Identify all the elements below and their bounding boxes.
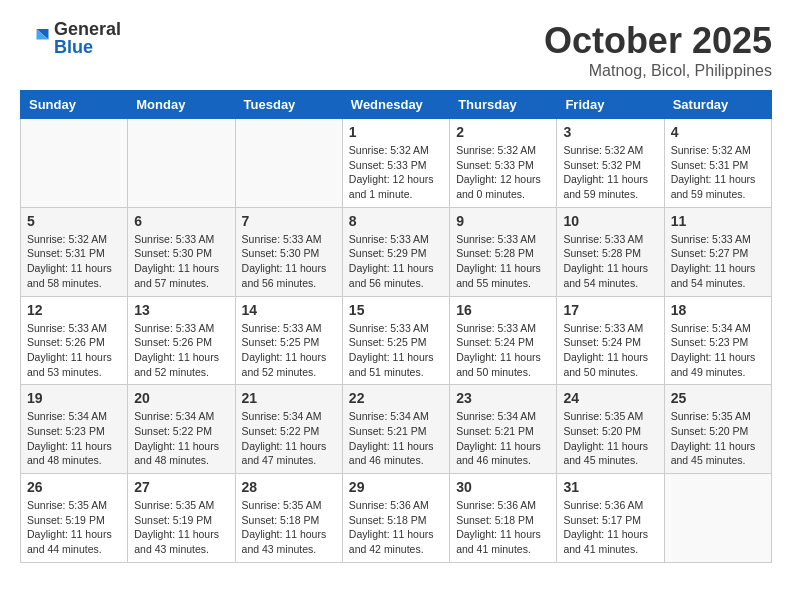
calendar-cell: 4Sunrise: 5:32 AM Sunset: 5:31 PM Daylig…: [664, 119, 771, 208]
day-info: Sunrise: 5:35 AM Sunset: 5:18 PM Dayligh…: [242, 498, 336, 557]
day-number: 7: [242, 213, 336, 229]
calendar-cell: 30Sunrise: 5:36 AM Sunset: 5:18 PM Dayli…: [450, 474, 557, 563]
calendar-cell: 1Sunrise: 5:32 AM Sunset: 5:33 PM Daylig…: [342, 119, 449, 208]
day-info: Sunrise: 5:33 AM Sunset: 5:27 PM Dayligh…: [671, 232, 765, 291]
weekday-header: Saturday: [664, 91, 771, 119]
day-info: Sunrise: 5:32 AM Sunset: 5:31 PM Dayligh…: [27, 232, 121, 291]
day-number: 25: [671, 390, 765, 406]
day-number: 18: [671, 302, 765, 318]
day-number: 17: [563, 302, 657, 318]
calendar-cell: 6Sunrise: 5:33 AM Sunset: 5:30 PM Daylig…: [128, 207, 235, 296]
calendar-cell: 18Sunrise: 5:34 AM Sunset: 5:23 PM Dayli…: [664, 296, 771, 385]
day-info: Sunrise: 5:35 AM Sunset: 5:20 PM Dayligh…: [671, 409, 765, 468]
calendar-cell: 20Sunrise: 5:34 AM Sunset: 5:22 PM Dayli…: [128, 385, 235, 474]
weekday-header: Monday: [128, 91, 235, 119]
day-number: 24: [563, 390, 657, 406]
day-number: 11: [671, 213, 765, 229]
day-number: 14: [242, 302, 336, 318]
day-number: 31: [563, 479, 657, 495]
day-info: Sunrise: 5:34 AM Sunset: 5:23 PM Dayligh…: [27, 409, 121, 468]
day-info: Sunrise: 5:32 AM Sunset: 5:32 PM Dayligh…: [563, 143, 657, 202]
calendar-cell: [664, 474, 771, 563]
day-number: 30: [456, 479, 550, 495]
day-number: 4: [671, 124, 765, 140]
weekday-header-row: SundayMondayTuesdayWednesdayThursdayFrid…: [21, 91, 772, 119]
day-number: 29: [349, 479, 443, 495]
day-info: Sunrise: 5:33 AM Sunset: 5:28 PM Dayligh…: [563, 232, 657, 291]
day-number: 1: [349, 124, 443, 140]
calendar-cell: 31Sunrise: 5:36 AM Sunset: 5:17 PM Dayli…: [557, 474, 664, 563]
calendar-cell: 14Sunrise: 5:33 AM Sunset: 5:25 PM Dayli…: [235, 296, 342, 385]
calendar-body: 1Sunrise: 5:32 AM Sunset: 5:33 PM Daylig…: [21, 119, 772, 563]
calendar-cell: 28Sunrise: 5:35 AM Sunset: 5:18 PM Dayli…: [235, 474, 342, 563]
day-info: Sunrise: 5:33 AM Sunset: 5:24 PM Dayligh…: [456, 321, 550, 380]
day-number: 27: [134, 479, 228, 495]
calendar-cell: 10Sunrise: 5:33 AM Sunset: 5:28 PM Dayli…: [557, 207, 664, 296]
day-info: Sunrise: 5:36 AM Sunset: 5:17 PM Dayligh…: [563, 498, 657, 557]
day-number: 8: [349, 213, 443, 229]
calendar-cell: 9Sunrise: 5:33 AM Sunset: 5:28 PM Daylig…: [450, 207, 557, 296]
day-info: Sunrise: 5:34 AM Sunset: 5:22 PM Dayligh…: [134, 409, 228, 468]
day-info: Sunrise: 5:33 AM Sunset: 5:28 PM Dayligh…: [456, 232, 550, 291]
weekday-header: Sunday: [21, 91, 128, 119]
calendar-cell: 5Sunrise: 5:32 AM Sunset: 5:31 PM Daylig…: [21, 207, 128, 296]
day-number: 3: [563, 124, 657, 140]
calendar-week-row: 26Sunrise: 5:35 AM Sunset: 5:19 PM Dayli…: [21, 474, 772, 563]
day-info: Sunrise: 5:34 AM Sunset: 5:23 PM Dayligh…: [671, 321, 765, 380]
calendar-cell: 13Sunrise: 5:33 AM Sunset: 5:26 PM Dayli…: [128, 296, 235, 385]
calendar-week-row: 12Sunrise: 5:33 AM Sunset: 5:26 PM Dayli…: [21, 296, 772, 385]
day-info: Sunrise: 5:33 AM Sunset: 5:25 PM Dayligh…: [349, 321, 443, 380]
day-number: 19: [27, 390, 121, 406]
day-number: 21: [242, 390, 336, 406]
day-number: 12: [27, 302, 121, 318]
calendar-cell: 22Sunrise: 5:34 AM Sunset: 5:21 PM Dayli…: [342, 385, 449, 474]
calendar-cell: 15Sunrise: 5:33 AM Sunset: 5:25 PM Dayli…: [342, 296, 449, 385]
calendar-cell: 11Sunrise: 5:33 AM Sunset: 5:27 PM Dayli…: [664, 207, 771, 296]
day-number: 5: [27, 213, 121, 229]
calendar-cell: 23Sunrise: 5:34 AM Sunset: 5:21 PM Dayli…: [450, 385, 557, 474]
location: Matnog, Bicol, Philippines: [544, 62, 772, 80]
calendar-cell: 27Sunrise: 5:35 AM Sunset: 5:19 PM Dayli…: [128, 474, 235, 563]
page-header: General Blue October 2025 Matnog, Bicol,…: [20, 20, 772, 80]
day-info: Sunrise: 5:34 AM Sunset: 5:21 PM Dayligh…: [349, 409, 443, 468]
weekday-header: Tuesday: [235, 91, 342, 119]
day-number: 2: [456, 124, 550, 140]
calendar-cell: 25Sunrise: 5:35 AM Sunset: 5:20 PM Dayli…: [664, 385, 771, 474]
logo-text: General Blue: [54, 20, 121, 56]
day-number: 26: [27, 479, 121, 495]
calendar-cell: 17Sunrise: 5:33 AM Sunset: 5:24 PM Dayli…: [557, 296, 664, 385]
calendar-cell: [128, 119, 235, 208]
logo-general: General: [54, 20, 121, 38]
day-info: Sunrise: 5:32 AM Sunset: 5:33 PM Dayligh…: [456, 143, 550, 202]
calendar-cell: [235, 119, 342, 208]
day-info: Sunrise: 5:35 AM Sunset: 5:19 PM Dayligh…: [27, 498, 121, 557]
day-info: Sunrise: 5:33 AM Sunset: 5:24 PM Dayligh…: [563, 321, 657, 380]
calendar: SundayMondayTuesdayWednesdayThursdayFrid…: [20, 90, 772, 563]
day-info: Sunrise: 5:34 AM Sunset: 5:22 PM Dayligh…: [242, 409, 336, 468]
calendar-cell: 24Sunrise: 5:35 AM Sunset: 5:20 PM Dayli…: [557, 385, 664, 474]
day-number: 16: [456, 302, 550, 318]
day-info: Sunrise: 5:33 AM Sunset: 5:26 PM Dayligh…: [27, 321, 121, 380]
logo: General Blue: [20, 20, 121, 56]
calendar-cell: 26Sunrise: 5:35 AM Sunset: 5:19 PM Dayli…: [21, 474, 128, 563]
logo-blue: Blue: [54, 38, 121, 56]
calendar-header: SundayMondayTuesdayWednesdayThursdayFrid…: [21, 91, 772, 119]
day-number: 6: [134, 213, 228, 229]
day-number: 20: [134, 390, 228, 406]
calendar-cell: 29Sunrise: 5:36 AM Sunset: 5:18 PM Dayli…: [342, 474, 449, 563]
day-number: 28: [242, 479, 336, 495]
calendar-cell: [21, 119, 128, 208]
day-info: Sunrise: 5:36 AM Sunset: 5:18 PM Dayligh…: [349, 498, 443, 557]
calendar-week-row: 5Sunrise: 5:32 AM Sunset: 5:31 PM Daylig…: [21, 207, 772, 296]
calendar-cell: 3Sunrise: 5:32 AM Sunset: 5:32 PM Daylig…: [557, 119, 664, 208]
day-number: 13: [134, 302, 228, 318]
weekday-header: Thursday: [450, 91, 557, 119]
calendar-cell: 2Sunrise: 5:32 AM Sunset: 5:33 PM Daylig…: [450, 119, 557, 208]
day-info: Sunrise: 5:33 AM Sunset: 5:26 PM Dayligh…: [134, 321, 228, 380]
day-info: Sunrise: 5:35 AM Sunset: 5:19 PM Dayligh…: [134, 498, 228, 557]
day-info: Sunrise: 5:33 AM Sunset: 5:30 PM Dayligh…: [134, 232, 228, 291]
calendar-cell: 16Sunrise: 5:33 AM Sunset: 5:24 PM Dayli…: [450, 296, 557, 385]
day-info: Sunrise: 5:34 AM Sunset: 5:21 PM Dayligh…: [456, 409, 550, 468]
day-info: Sunrise: 5:32 AM Sunset: 5:33 PM Dayligh…: [349, 143, 443, 202]
day-number: 15: [349, 302, 443, 318]
